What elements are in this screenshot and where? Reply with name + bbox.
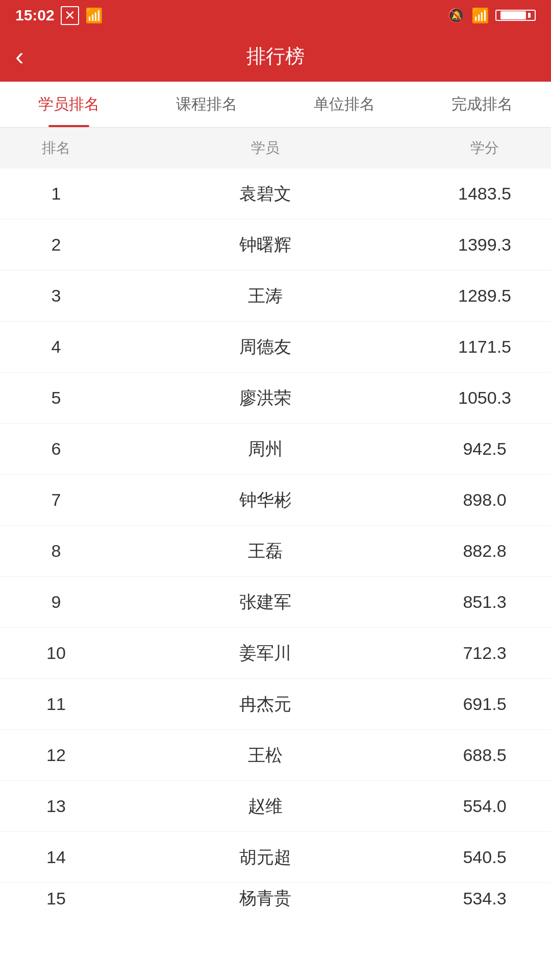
table-row: 6 周州 942.5 [0,424,551,475]
table-row: 1 袁碧文 1483.5 [0,168,551,219]
battery-icon [495,10,536,21]
row-name: 张建军 [112,591,418,614]
table-row: 15 杨青贵 534.3 [0,883,551,914]
row-rank: 9 [0,592,112,612]
tab-completion[interactable]: 完成排名 [413,82,551,127]
table-header: 排名 学员 学分 [0,128,551,168]
header-score: 学分 [418,138,551,158]
row-rank: 6 [0,439,112,459]
row-score: 1483.5 [418,184,551,204]
nav-bar: ‹ 排行榜 [0,31,551,82]
table-body: 1 袁碧文 1483.5 2 钟曙辉 1399.3 3 王涛 1289.5 4 … [0,168,551,914]
table-row: 8 王磊 882.8 [0,526,551,577]
row-score: 688.5 [418,745,551,765]
notification-x-icon: ✕ [61,6,79,25]
vibrate-icon: 🔕 [447,7,465,24]
table-row: 13 赵维 554.0 [0,781,551,832]
wifi-icon: 📶 [85,7,103,24]
table-row: 7 钟华彬 898.0 [0,475,551,526]
tab-unit-label: 单位排名 [314,94,375,115]
row-rank: 3 [0,286,112,306]
table-row: 2 钟曙辉 1399.3 [0,219,551,271]
tab-unit[interactable]: 单位排名 [276,82,413,127]
row-name: 廖洪荣 [112,386,418,410]
tab-course-label: 课程排名 [176,94,237,115]
header-name: 学员 [112,138,418,158]
tab-completion-label: 完成排名 [452,94,513,115]
row-rank: 8 [0,541,112,561]
row-rank: 14 [0,847,112,867]
table-row: 9 张建军 851.3 [0,577,551,628]
row-name: 王磊 [112,540,418,563]
status-right: 🔕 📶 [447,7,536,24]
row-rank: 4 [0,337,112,357]
row-score: 882.8 [418,541,551,561]
row-name: 胡元超 [112,846,418,869]
row-rank: 15 [0,889,112,909]
status-time: 15:02 [15,7,55,24]
row-score: 540.5 [418,847,551,867]
row-name: 钟华彬 [112,488,418,512]
row-score: 1050.3 [418,388,551,408]
table-row: 4 周德友 1171.5 [0,322,551,373]
row-rank: 2 [0,235,112,255]
tab-course[interactable]: 课程排名 [138,82,276,127]
tab-student-label: 学员排名 [38,94,99,115]
row-name: 冉杰元 [112,693,418,716]
row-rank: 13 [0,796,112,816]
table-row: 3 王涛 1289.5 [0,271,551,322]
row-name: 周德友 [112,335,418,359]
row-score: 898.0 [418,490,551,510]
row-score: 554.0 [418,796,551,816]
row-score: 534.3 [418,889,551,909]
table-row: 11 冉杰元 691.5 [0,679,551,730]
bluetooth-icon: 📶 [471,7,489,24]
row-name: 钟曙辉 [112,233,418,257]
header-rank: 排名 [0,138,112,158]
row-score: 1289.5 [418,286,551,306]
row-score: 851.3 [418,592,551,612]
row-rank: 11 [0,694,112,714]
row-rank: 1 [0,184,112,204]
row-score: 1171.5 [418,337,551,357]
tab-student[interactable]: 学员排名 [0,82,138,127]
row-name: 杨青贵 [112,887,418,910]
status-bar: 15:02 ✕ 📶 🔕 📶 [0,0,551,31]
row-name: 姜军川 [112,642,418,665]
row-name: 王涛 [112,284,418,308]
page-title: 排行榜 [246,43,305,69]
row-score: 1399.3 [418,235,551,255]
row-rank: 10 [0,643,112,663]
row-score: 712.3 [418,643,551,663]
status-left: 15:02 ✕ 📶 [15,6,103,25]
row-name: 周州 [112,437,418,461]
tab-bar: 学员排名 课程排名 单位排名 完成排名 [0,82,551,128]
table-row: 14 胡元超 540.5 [0,832,551,883]
table-row: 12 王松 688.5 [0,730,551,781]
row-name: 赵维 [112,795,418,818]
table-row: 5 廖洪荣 1050.3 [0,373,551,424]
row-score: 942.5 [418,439,551,459]
row-score: 691.5 [418,694,551,714]
row-name: 王松 [112,744,418,767]
table-row: 10 姜军川 712.3 [0,628,551,679]
row-name: 袁碧文 [112,182,418,206]
back-button[interactable]: ‹ [15,43,24,69]
row-rank: 7 [0,490,112,510]
row-rank: 5 [0,388,112,408]
row-rank: 12 [0,745,112,765]
